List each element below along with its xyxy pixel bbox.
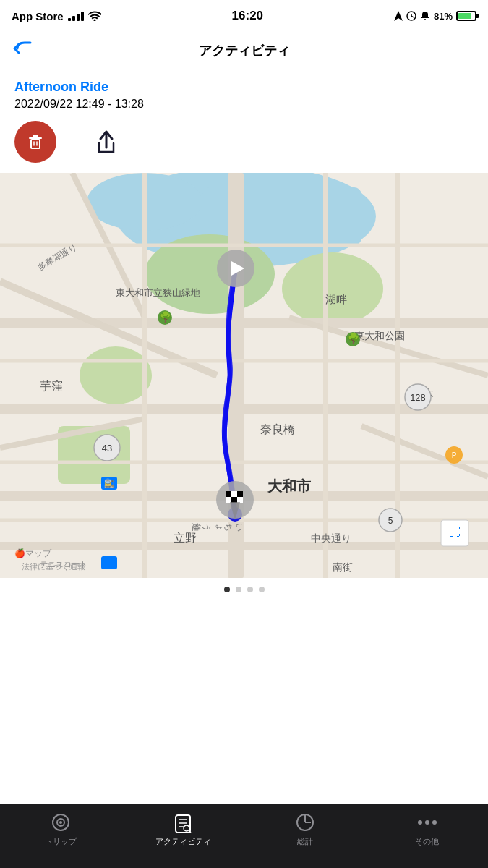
svg-text:43: 43 [102,443,112,454]
svg-text:法律に基づく通報: 法律に基づく通報 [22,562,85,571]
map-container[interactable]: 芋窪 奈良橋 立野 中央通り 湖畔 東大和公園 東大和市立狭山緑地 高木 大和市… [0,173,488,578]
svg-text:P: P [452,451,457,459]
status-right: 81% [394,11,476,22]
svg-text:湖畔: 湖畔 [325,293,347,305]
page-dots [0,578,488,601]
svg-rect-21 [0,318,488,328]
other-icon [416,812,438,833]
svg-text:🌳: 🌳 [159,311,172,323]
svg-point-93 [425,820,429,825]
svg-rect-66 [237,497,243,503]
activity-label: アクティビティ [155,836,211,847]
svg-rect-65 [231,497,237,503]
page-dot-4[interactable] [259,587,265,592]
svg-text:東大和市立狭山緑地: 東大和市立狭山緑地 [116,287,200,298]
svg-point-18 [80,346,152,404]
page-dot-2[interactable] [236,587,241,592]
page-dot-1[interactable] [224,587,230,592]
location-icon [394,11,403,21]
activity-icon [172,812,194,833]
map-svg: 芋窪 奈良橋 立野 中央通り 湖畔 東大和公園 東大和市立狭山緑地 高木 大和市… [0,173,488,578]
back-button[interactable] [12,38,35,63]
svg-point-82 [59,821,62,824]
svg-rect-64 [226,497,231,503]
svg-text:🌳: 🌳 [347,333,360,345]
tab-other[interactable]: その他 [366,812,488,847]
battery-percent: 81% [434,11,453,22]
tab-trip[interactable]: トリップ [0,812,122,847]
svg-text:🚉: 🚉 [104,477,115,488]
svg-point-87 [184,825,189,831]
tab-bar: トリップ アクティビティ 総計 [0,804,488,868]
share-button[interactable] [85,121,127,163]
signal-icon [68,12,84,21]
svg-text:南街: 南街 [333,561,353,573]
svg-text:5: 5 [388,516,393,526]
bell-icon [420,11,430,21]
svg-text:⛶: ⛶ [449,526,461,538]
svg-rect-62 [231,491,237,497]
other-label: その他 [415,836,439,847]
svg-text:128: 128 [410,392,426,403]
svg-point-92 [418,820,422,825]
svg-text:いちょう通り: いちょう通り [192,522,248,532]
activity-date: 2022/09/22 12:49 - 13:28 [14,98,474,111]
carrier-label: App Store [12,10,64,22]
nav-bar: アクティビティ [0,32,488,69]
action-buttons [14,121,474,163]
svg-text:中央通り: 中央通り [311,532,351,544]
page-dot-3[interactable] [247,587,253,592]
status-bar: App Store 16:20 81% [0,0,488,32]
tab-stats[interactable]: 総計 [244,812,367,847]
trip-icon [50,812,72,833]
svg-text:大和市: 大和市 [267,478,312,494]
battery-icon [456,11,476,21]
stats-icon [294,812,316,833]
delete-button[interactable] [14,121,56,163]
svg-rect-24 [0,542,488,550]
trip-label: トリップ [45,836,77,847]
stats-label: 総計 [297,836,313,847]
nav-title: アクティビティ [199,42,290,59]
activity-name: Afternoon Ride [14,80,474,95]
svg-rect-61 [226,491,231,497]
status-left: App Store [12,10,101,22]
svg-text:立野: 立野 [174,532,197,544]
svg-point-17 [282,252,383,325]
wifi-icon [88,11,101,21]
svg-text:東大和公園: 東大和公園 [354,330,405,341]
status-time: 16:20 [232,9,263,23]
svg-text:奈良橋: 奈良橋 [260,423,295,435]
svg-rect-63 [237,491,243,497]
svg-rect-4 [31,140,40,148]
alarm-icon [406,11,416,21]
svg-text:🍎マップ: 🍎マップ [14,548,52,558]
svg-text:芋窪: 芋窪 [40,380,63,392]
tab-activity[interactable]: アクティビティ [122,812,244,847]
svg-line-3 [411,16,414,17]
svg-point-94 [432,820,437,825]
svg-marker-0 [394,11,403,21]
activity-header: Afternoon Ride 2022/09/22 12:49 - 13:28 [0,69,488,173]
svg-rect-57 [101,556,117,569]
